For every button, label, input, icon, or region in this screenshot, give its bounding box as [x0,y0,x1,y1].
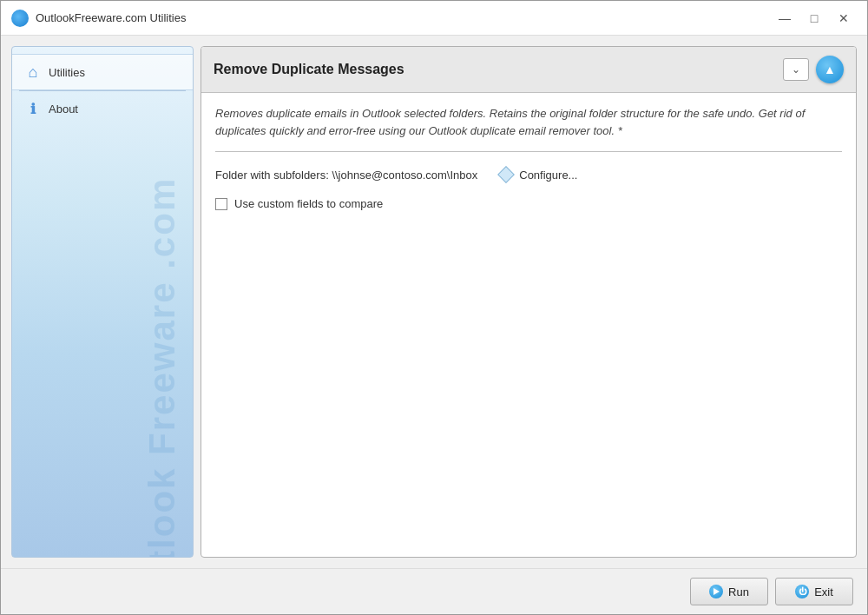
sidebar-label-about: About [49,102,78,116]
maximize-button[interactable]: □ [801,7,827,30]
title-bar: OutlookFreeware.com Utilities — □ ✕ [1,1,867,36]
sidebar-item-about[interactable]: About [12,91,193,126]
sidebar-item-utilities[interactable]: Utilities [12,54,193,90]
configure-button[interactable]: Configure... [491,164,584,185]
folder-label: Folder with subfolders: \\johnse@contoso… [215,169,477,182]
run-icon [709,585,723,598]
minimize-button[interactable]: — [772,7,798,30]
window-controls: — □ ✕ [772,7,857,30]
panel-description: Removes duplicate emails in Outlook sele… [215,105,842,139]
window-title: OutlookFreeware.com Utilities [36,11,772,24]
folder-row: Folder with subfolders: \\johnse@contoso… [215,164,842,185]
main-content: Outlook Freeware .com Utilities About Re… [1,36,867,568]
run-button[interactable]: Run [690,578,768,605]
exit-icon: ⏻ [795,585,809,598]
panel-dropdown-button[interactable]: ⌄ [783,58,809,81]
configure-label: Configure... [519,169,577,182]
footer: Run ⏻ Exit [1,568,867,614]
diamond-icon [497,166,515,183]
sidebar-label-utilities: Utilities [49,66,85,79]
checkbox-label: Use custom fields to compare [234,197,383,210]
info-icon [24,100,42,117]
panel-up-button[interactable]: ▲ [816,56,844,83]
home-icon [24,63,42,81]
panel-header: Remove Duplicate Messages ⌄ ▲ [201,47,856,93]
app-icon [11,10,29,27]
sidebar-watermark: Outlook Freeware .com [141,177,183,558]
sidebar-nav: Utilities About [12,47,193,133]
main-window: OutlookFreeware.com Utilities — □ ✕ Outl… [0,0,868,615]
sidebar: Outlook Freeware .com Utilities About [11,46,194,558]
content-panel: Remove Duplicate Messages ⌄ ▲ Removes du… [201,46,857,558]
panel-body: Removes duplicate emails in Outlook sele… [201,93,856,557]
exit-button[interactable]: ⏻ Exit [775,578,853,605]
close-button[interactable]: ✕ [831,7,857,30]
run-label: Run [728,585,749,598]
checkbox-row: Use custom fields to compare [215,197,842,210]
panel-title: Remove Duplicate Messages [214,62,776,77]
exit-label: Exit [814,585,833,598]
configure-icon [498,167,514,182]
custom-fields-checkbox[interactable] [215,198,227,210]
panel-divider [215,151,842,152]
